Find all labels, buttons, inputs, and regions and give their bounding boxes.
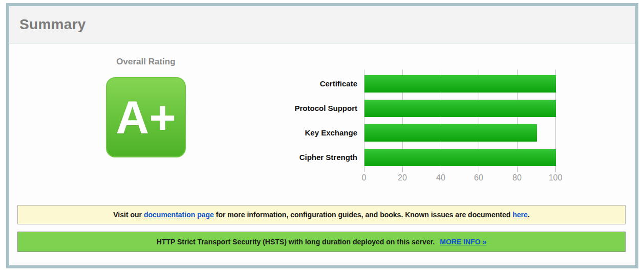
axis-tick-mark bbox=[364, 168, 364, 172]
bar-label-cipher-strength: Cipher Strength bbox=[236, 149, 357, 166]
bar-label-certificate: Certificate bbox=[236, 75, 357, 93]
axis-tick-label: 100 bbox=[549, 173, 563, 182]
chart-plot-area bbox=[364, 70, 555, 168]
grade-badge: A+ bbox=[106, 77, 186, 157]
bar-certificate bbox=[364, 75, 556, 93]
axis-tick-mark bbox=[517, 168, 518, 172]
bar-protocol-support bbox=[364, 100, 556, 117]
bar-key-exchange bbox=[364, 124, 537, 142]
chart-label-column: CertificateProtocol SupportKey ExchangeC… bbox=[236, 43, 357, 197]
bar-cipher-strength bbox=[364, 149, 556, 166]
axis-tick-label: 20 bbox=[398, 173, 407, 182]
axis-tick-mark bbox=[402, 168, 403, 172]
axis-tick-mark bbox=[441, 168, 441, 172]
axis-tick-label: 0 bbox=[362, 173, 367, 182]
axis-tick-label: 60 bbox=[474, 173, 483, 182]
page-title: Summary bbox=[9, 6, 635, 33]
hsts-notice-text: HTTP Strict Transport Security (HSTS) wi… bbox=[157, 238, 435, 246]
summary-header: Summary bbox=[9, 6, 635, 43]
documentation-notice-text: . bbox=[528, 211, 530, 219]
known-issues-here-link[interactable]: here bbox=[512, 211, 528, 219]
hsts-notice: HTTP Strict Transport Security (HSTS) wi… bbox=[17, 232, 626, 252]
bar-label-protocol-support: Protocol Support bbox=[236, 100, 357, 117]
documentation-notice-text: for more information, configuration guid… bbox=[214, 211, 512, 219]
documentation-notice: Visit our documentation page for more in… bbox=[17, 205, 626, 224]
summary-panel: Summary Overall Rating A+ CertificatePro… bbox=[6, 3, 638, 268]
documentation-notice-text: Visit our bbox=[113, 211, 144, 219]
axis-tick-mark bbox=[555, 168, 556, 172]
documentation-page-link[interactable]: documentation page bbox=[144, 211, 214, 219]
overall-rating-block: Overall Rating A+ bbox=[95, 57, 197, 157]
overall-rating-label: Overall Rating bbox=[95, 57, 197, 67]
axis-tick-mark bbox=[479, 168, 479, 172]
bar-label-key-exchange: Key Exchange bbox=[236, 124, 357, 142]
hsts-more-info-link[interactable]: MORE INFO » bbox=[440, 238, 486, 246]
chart-x-axis: 020406080100 bbox=[364, 173, 555, 184]
axis-tick-label: 40 bbox=[436, 173, 445, 182]
summary-body: Overall Rating A+ CertificateProtocol Su… bbox=[9, 43, 635, 265]
grade-value: A+ bbox=[116, 95, 176, 141]
axis-tick-label: 80 bbox=[512, 173, 522, 182]
